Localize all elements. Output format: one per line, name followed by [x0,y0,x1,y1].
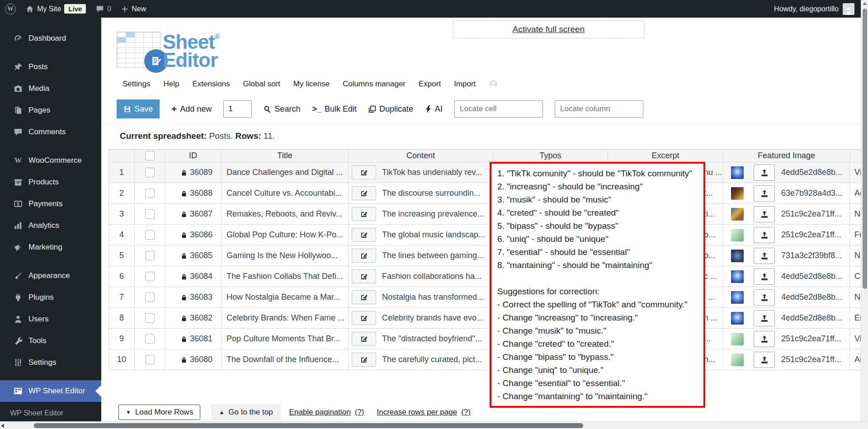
scroll-left-arrow[interactable] [1,424,4,428]
title-cell[interactable]: Pop Culture Moments That Br... [222,329,349,349]
row-checkbox[interactable] [145,313,155,323]
row-checkbox[interactable] [145,230,155,240]
extra-cell[interactable]: No [850,287,861,308]
sidebar-item-products[interactable]: Products [0,171,101,193]
locate-column-input[interactable] [555,100,643,118]
row-checkbox[interactable] [145,272,155,281]
duplicate-button[interactable]: Duplicate [368,104,413,114]
search-button[interactable]: Search [264,104,300,114]
sidebar-item-settings[interactable]: Settings [0,352,101,373]
sidebar-item-media[interactable]: Media [0,78,101,99]
edit-content-button[interactable] [352,290,376,304]
row-checkbox[interactable] [145,168,155,177]
title-cell[interactable]: How Nostalgia Became a Mar... [222,287,349,308]
sidebar-item-payments[interactable]: $ Payments [0,193,101,215]
upload-image-button[interactable] [754,165,775,181]
upload-image-button[interactable] [754,269,775,285]
sidebar-submenu-item-wp-sheet-editor[interactable]: WP Sheet Editor [0,402,101,417]
sidebar-item-woocommerce[interactable]: W WooCommerce [0,150,101,171]
row-checkbox[interactable] [145,251,155,260]
upload-image-button[interactable] [754,248,775,264]
new-menu[interactable]: New [116,0,151,18]
edit-content-button[interactable] [352,165,376,179]
row-checkbox[interactable] [145,355,155,364]
nav-link-help[interactable]: Help [163,80,179,89]
sidebar-item-wp-sheet-editor[interactable]: WP Sheet Editor [0,380,101,402]
title-cell[interactable]: Gaming Is the New Hollywoo... [222,245,349,266]
title-cell[interactable]: Celebrity Brands: When Fame ... [222,308,349,329]
title-cell[interactable]: The Downfall of the Influence... [222,349,349,370]
nav-link-extensions[interactable]: Extensions [192,80,230,89]
edit-content-button[interactable] [352,228,376,242]
load-more-rows-button[interactable]: ▼ Load More Rows [118,405,200,420]
sidebar-item-tools[interactable]: Tools [0,330,101,352]
title-cell[interactable]: Dance Challenges and Digital ... [222,162,349,183]
upload-image-button[interactable] [754,331,775,347]
upload-image-button[interactable] [754,289,775,306]
sidebar-item-analytics[interactable]: Analytics [0,215,101,236]
edit-content-button[interactable] [352,249,376,263]
upload-image-button[interactable] [754,310,775,326]
activate-fullscreen-link[interactable]: Activate full screen [513,24,585,34]
title-cell[interactable]: The Fashion Collabs That Defi... [222,266,349,287]
nav-link-export[interactable]: Export [419,80,441,89]
upload-image-button[interactable] [754,206,775,222]
edit-content-button[interactable] [352,311,376,325]
extra-cell[interactable]: Fu [850,225,861,245]
wp-logo-menu[interactable]: W [0,0,21,18]
row-checkbox[interactable] [145,209,155,219]
account-menu[interactable]: Howdy, diegoportillo [774,3,861,15]
enable-pagination-link[interactable]: Enable pagination [289,408,351,417]
edit-content-button[interactable] [352,207,376,221]
comments-menu[interactable]: 0 [91,0,116,18]
row-checkbox[interactable] [145,292,155,302]
bulk-edit-button[interactable]: >_ Bulk Edit [312,104,357,114]
edit-content-button[interactable] [352,186,376,200]
increase-rows-link[interactable]: Increase rows per page [377,408,458,417]
nav-link-global-sort[interactable]: Global sort [243,80,280,89]
vertical-scrollbar[interactable] [861,0,868,421]
scroll-up-arrow[interactable] [863,2,867,5]
upload-image-button[interactable] [754,185,775,202]
upload-image-button[interactable] [754,352,775,368]
extra-cell[interactable]: Ad [850,183,861,204]
sidebar-item-users[interactable]: Users [0,308,101,330]
my-site-menu[interactable]: My Site Live [21,0,91,18]
enable-pagination-help-link[interactable]: (?) [355,408,364,417]
sidebar-item-pages[interactable]: Pages [0,99,101,121]
title-cell[interactable]: Cancel Culture vs. Accountabi... [222,183,349,204]
ai-button[interactable]: AI [425,104,443,114]
nav-link-import[interactable]: Import [454,80,476,89]
add-new-button[interactable]: + Add new [171,104,212,114]
go-to-top-button[interactable]: ▲ Go to the top [212,405,280,420]
select-all-checkbox[interactable] [145,151,155,160]
add-count-input[interactable] [223,100,252,118]
extra-cell[interactable]: No [850,204,861,225]
sidebar-item-plugins[interactable]: Plugins [0,287,101,308]
horizontal-scrollbar[interactable] [0,421,868,429]
nav-link-columns-manager[interactable]: Columns manager [343,80,406,89]
extra-cell[interactable]: Vi [850,329,861,349]
sidebar-item-appearance[interactable]: Appearance [0,265,101,287]
sidebar-item-dashboard[interactable]: Dashboard [0,28,101,49]
title-cell[interactable]: Remakes, Reboots, and Reviv... [222,204,349,225]
sidebar-item-marketing[interactable]: Marketing [0,236,101,258]
sidebar-item-comments[interactable]: Comments [0,121,101,143]
upload-image-button[interactable] [754,227,775,243]
extra-cell[interactable]: Er [850,308,861,329]
title-cell[interactable]: Global Pop Culture: How K-Po... [222,225,349,245]
horizontal-scrollbar-thumb[interactable] [34,423,583,428]
row-checkbox[interactable] [145,334,155,344]
locate-cell-input[interactable] [454,100,543,118]
edit-content-button[interactable] [352,332,376,346]
save-button[interactable]: Save [117,99,160,118]
edit-content-button[interactable] [352,353,376,367]
extra-cell[interactable]: Vi [850,162,861,183]
extra-cell[interactable]: Na [850,245,861,266]
edit-content-button[interactable] [352,269,376,283]
extra-cell[interactable]: Au [850,349,861,370]
increase-rows-help-link[interactable]: (?) [461,408,471,417]
nav-link-settings[interactable]: Settings [123,80,150,89]
row-checkbox[interactable] [145,189,155,198]
nav-link-my-license[interactable]: My license [293,80,330,89]
